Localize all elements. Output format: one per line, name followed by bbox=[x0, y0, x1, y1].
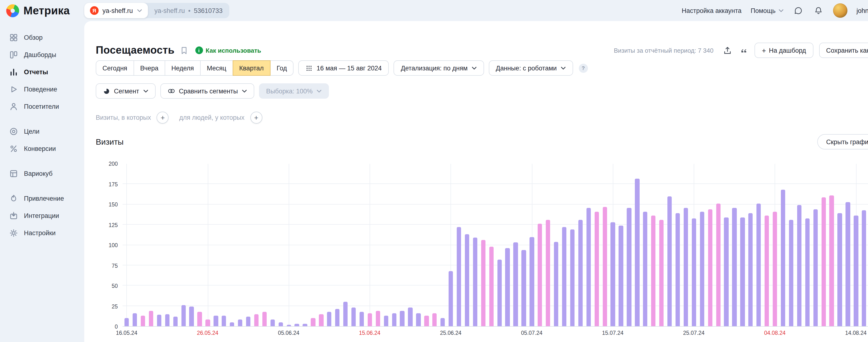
visits-bar-17.05.24[interactable] bbox=[133, 313, 137, 326]
visits-bar-02.07.24[interactable] bbox=[505, 248, 510, 326]
visits-bar-25.06.24[interactable] bbox=[448, 271, 453, 326]
hide-chart-button[interactable]: Скрыть график bbox=[817, 134, 868, 149]
sidebar-item-visitors[interactable]: Посетители bbox=[9, 98, 84, 115]
visits-bar-20.05.24[interactable] bbox=[157, 315, 162, 326]
sidebar-item-acquisition[interactable]: Привлечение bbox=[9, 190, 84, 207]
visits-bar-18.05.24[interactable] bbox=[141, 316, 145, 326]
visits-bar-04.07.24[interactable] bbox=[522, 250, 526, 326]
sidebar-item-settings[interactable]: Настройки bbox=[9, 224, 84, 241]
visits-bar-03.07.24[interactable] bbox=[514, 243, 518, 326]
visits-bar-26.05.24[interactable] bbox=[206, 320, 210, 326]
data-mode-dropdown[interactable]: Данные: с роботами bbox=[489, 60, 573, 76]
visits-bar-31.05.24[interactable] bbox=[246, 316, 251, 326]
visits-bar-11.08.24[interactable] bbox=[830, 195, 834, 326]
sampling-dropdown[interactable]: Выборка: 100% bbox=[259, 83, 329, 99]
tab-month[interactable]: Месяц bbox=[200, 60, 233, 76]
visits-bar-15.06.24[interactable] bbox=[368, 313, 372, 326]
visits-bar-18.06.24[interactable] bbox=[392, 313, 396, 326]
visits-bar-02.06.24[interactable] bbox=[262, 312, 267, 326]
tab-quarter[interactable]: Квартал bbox=[232, 60, 270, 76]
visits-bar-05.06.24[interactable] bbox=[286, 324, 291, 326]
visits-bar-04.06.24[interactable] bbox=[278, 322, 283, 326]
visits-bar-20.07.24[interactable] bbox=[651, 216, 656, 326]
visits-bar-14.06.24[interactable] bbox=[360, 312, 364, 326]
visits-bar-22.05.24[interactable] bbox=[173, 316, 178, 326]
visits-bar-29.07.24[interactable] bbox=[724, 218, 729, 326]
visits-bar-07.06.24[interactable] bbox=[303, 324, 307, 326]
sidebar-item-reports[interactable]: Отчеты bbox=[9, 63, 84, 81]
tab-yesterday[interactable]: Вчера bbox=[133, 60, 165, 76]
detail-dropdown[interactable]: Детализация: по дням bbox=[394, 60, 484, 76]
visits-bar-13.06.24[interactable] bbox=[351, 308, 356, 326]
visits-bar-14.08.24[interactable] bbox=[854, 216, 858, 326]
visits-bar-01.06.24[interactable] bbox=[254, 314, 259, 326]
date-range-button[interactable]: 16 мая — 15 авг 2024 bbox=[298, 60, 389, 76]
visits-bar-26.06.24[interactable] bbox=[457, 227, 461, 326]
visits-bar-30.07.24[interactable] bbox=[732, 208, 737, 326]
visits-bar-19.05.24[interactable] bbox=[149, 311, 153, 326]
visits-bar-16.06.24[interactable] bbox=[376, 311, 380, 326]
visits-bar-05.08.24[interactable] bbox=[781, 190, 785, 326]
visits-bar-07.08.24[interactable] bbox=[797, 205, 802, 326]
visits-bar-23.06.24[interactable] bbox=[432, 313, 437, 326]
sidebar-item-variocube[interactable]: Вариокуб bbox=[9, 165, 84, 182]
bell-icon[interactable] bbox=[813, 5, 824, 16]
username[interactable]: john- bbox=[857, 7, 868, 14]
export-icon[interactable] bbox=[722, 45, 733, 56]
site-selector[interactable]: Я ya-sheff.ru bbox=[84, 3, 148, 18]
bookmark-icon[interactable] bbox=[180, 46, 187, 54]
visits-bar-06.07.24[interactable] bbox=[538, 224, 542, 326]
add-people-filter-button[interactable]: + bbox=[250, 111, 262, 123]
tab-week[interactable]: Неделя bbox=[165, 60, 200, 76]
metrika-logo[interactable]: Метрика bbox=[0, 4, 84, 17]
visits-bar-23.05.24[interactable] bbox=[181, 305, 186, 326]
visits-bar-30.06.24[interactable] bbox=[489, 247, 494, 326]
compare-segments-dropdown[interactable]: Сравнить сегменты bbox=[160, 83, 254, 99]
segment-dropdown[interactable]: Сегмент bbox=[96, 83, 155, 99]
visits-bar-30.05.24[interactable] bbox=[238, 320, 243, 326]
sidebar-item-overview[interactable]: Обзор bbox=[9, 29, 84, 46]
visits-bar-06.08.24[interactable] bbox=[789, 220, 794, 326]
visits-bar-27.07.24[interactable] bbox=[708, 209, 712, 326]
visits-bar-29.06.24[interactable] bbox=[481, 240, 486, 326]
visits-bar-14.07.24[interactable] bbox=[602, 207, 607, 326]
visits-bar-06.06.24[interactable] bbox=[295, 324, 299, 326]
chat-icon[interactable] bbox=[793, 5, 804, 16]
visits-bar-21.06.24[interactable] bbox=[416, 313, 421, 326]
help-menu[interactable]: Помощь bbox=[751, 7, 784, 14]
visits-bar-13.07.24[interactable] bbox=[594, 212, 599, 326]
how-to-use-link[interactable]: i Как использовать bbox=[195, 47, 261, 54]
visits-bar-03.08.24[interactable] bbox=[765, 216, 769, 326]
visits-bar-13.08.24[interactable] bbox=[846, 202, 850, 326]
sidebar-item-goals[interactable]: Цели bbox=[9, 123, 84, 140]
tab-today[interactable]: Сегодня bbox=[96, 60, 134, 76]
visits-bar-17.06.24[interactable] bbox=[384, 316, 388, 326]
visits-bar-04.08.24[interactable] bbox=[773, 212, 777, 326]
visits-bar-12.06.24[interactable] bbox=[343, 302, 348, 326]
sidebar-item-conversions[interactable]: Конверсии bbox=[9, 140, 84, 157]
visits-bar-29.05.24[interactable] bbox=[230, 322, 235, 326]
add-visits-filter-button[interactable]: + bbox=[157, 111, 169, 123]
visits-bar-31.07.24[interactable] bbox=[740, 218, 745, 326]
visits-bar-25.07.24[interactable] bbox=[691, 218, 696, 326]
sidebar-item-integrations[interactable]: Интеграции bbox=[9, 207, 84, 224]
visits-bar-08.06.24[interactable] bbox=[311, 318, 315, 326]
visits-bar-03.06.24[interactable] bbox=[270, 320, 275, 326]
visits-bar-01.08.24[interactable] bbox=[748, 213, 753, 326]
visits-bar-01.07.24[interactable] bbox=[497, 260, 502, 326]
visits-bar-12.07.24[interactable] bbox=[586, 208, 591, 326]
add-to-dashboard-button[interactable]: + На дашборд bbox=[754, 42, 813, 58]
visits-bar-22.06.24[interactable] bbox=[424, 316, 429, 326]
visits-bar-10.07.24[interactable] bbox=[570, 230, 575, 326]
visits-bar-27.06.24[interactable] bbox=[465, 234, 469, 326]
visits-bar-27.05.24[interactable] bbox=[214, 316, 218, 326]
visits-bar-28.05.24[interactable] bbox=[222, 316, 226, 326]
visits-bar-28.07.24[interactable] bbox=[716, 204, 720, 326]
visits-bar-09.08.24[interactable] bbox=[813, 209, 818, 326]
question-icon[interactable]: ? bbox=[579, 63, 588, 73]
visits-bar-20.06.24[interactable] bbox=[408, 308, 413, 326]
visits-bar-08.07.24[interactable] bbox=[554, 241, 558, 326]
visits-bar-24.07.24[interactable] bbox=[684, 208, 688, 326]
visits-bar-17.07.24[interactable] bbox=[627, 208, 631, 326]
visits-bar-15.07.24[interactable] bbox=[611, 222, 615, 326]
